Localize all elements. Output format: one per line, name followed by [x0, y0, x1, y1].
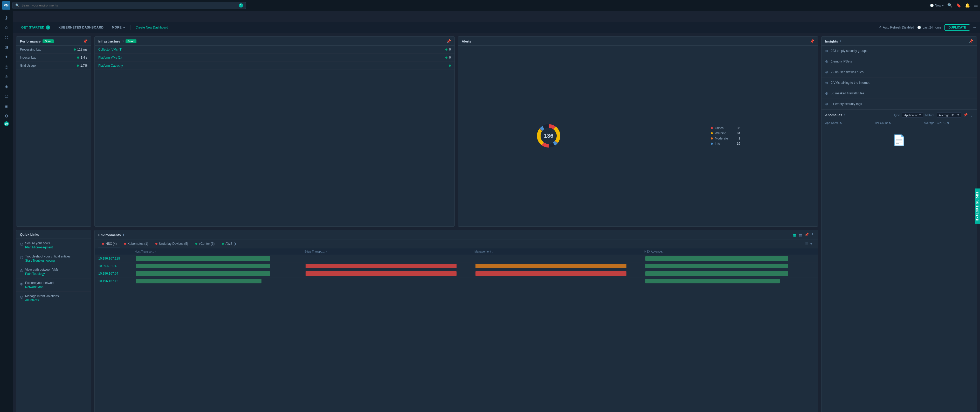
ql-link-2[interactable]: Path Topology [25, 272, 59, 275]
insights-pin-icon[interactable]: 📌 [969, 39, 973, 43]
env-ip-3[interactable]: 10.196.167.12 [98, 279, 135, 283]
warning-dot [711, 132, 713, 134]
bookmark-icon[interactable]: 🔖 [956, 3, 961, 8]
infrastructure-pin-icon[interactable]: 📌 [446, 39, 451, 43]
env-ip-0[interactable]: 10.196.167.128 [98, 257, 135, 260]
empty-doc-icon: 📄 [892, 134, 905, 146]
alerts-title: Alerts [462, 40, 471, 43]
env-tab-vcenter[interactable]: vCenter (6) [192, 240, 218, 248]
quick-links-header: Quick Links [16, 230, 91, 239]
env-bar-2-1 [304, 271, 474, 276]
explore-guides-button[interactable]: EXPLORE GUIDES [975, 188, 980, 224]
sort-host-transport-icon[interactable]: ↑ [155, 250, 156, 253]
alerts-pin-icon[interactable]: 📌 [810, 39, 814, 43]
env-list-icon[interactable]: ☰ [805, 242, 808, 246]
metric-row-indexer-lag: Indexer Lag 1.4 s [16, 54, 91, 62]
chevron-down-icon: ▾ [942, 4, 944, 7]
env-tab-aws[interactable]: AWS ❯ [218, 240, 240, 248]
metrics-select[interactable]: Average TC... ▾ [937, 112, 961, 118]
search-badge: 1 [239, 3, 243, 8]
ql-link-4[interactable]: All Intents [25, 298, 59, 302]
anomalies-title: Anomalies [825, 113, 842, 117]
insights-title: Insights ℹ [825, 40, 841, 43]
nav-right: 🕐 Now ▾ 🔍 🔖 🔔 ☰ [930, 3, 978, 8]
ql-link-0[interactable]: Plan Micro-segment [25, 245, 53, 249]
env-ip-2[interactable]: 10.196.167.64 [98, 272, 135, 275]
now-button[interactable]: 🕐 Now ▾ [930, 4, 944, 7]
platform-capacity-dot [449, 65, 451, 67]
insights-list: ⊛ 223 empty security groups ⊛ 1 empty IP… [821, 46, 977, 110]
infra-row-capacity: Platform Capacity [95, 62, 455, 70]
performance-pin-icon[interactable]: 📌 [83, 39, 88, 43]
environments-pin-icon[interactable]: 📌 [805, 232, 809, 237]
quick-link-4: ◎ Manage intent violations All Intents [16, 292, 91, 305]
sort-nsx-advance-icon[interactable]: ↑ [665, 250, 667, 253]
sidebar-config-icon[interactable]: ⚙ [2, 111, 11, 120]
hamburger-menu-icon[interactable]: ☰ [974, 3, 978, 8]
sidebar-tools-icon[interactable]: ✦ [2, 52, 11, 61]
infrastructure-good-badge: Good [126, 40, 137, 43]
grid-view-icon[interactable]: ▦ [793, 232, 797, 237]
sidebar-clock-icon[interactable]: ◷ [2, 62, 11, 71]
alerts-card: Alerts 📌 1 [458, 36, 818, 227]
anomalies-more-icon[interactable]: ⋮ [970, 113, 973, 117]
env-expand-icon[interactable]: ▾ [810, 242, 812, 246]
search-bar[interactable]: 🔍 1 [13, 2, 246, 9]
tab-more[interactable]: MORE ▾ [108, 22, 129, 33]
more-options-button[interactable]: ··· [973, 25, 976, 29]
tab-divider [130, 25, 130, 30]
env-tab-kubernetes[interactable]: Kubernetes (1) [120, 240, 152, 248]
list-view-icon[interactable]: ▤ [799, 232, 803, 237]
auto-refresh[interactable]: ↺ Auto Refresh Disabled [879, 25, 914, 29]
legend-moderate: Moderate 1 [711, 137, 740, 140]
sidebar-expand-icon[interactable]: ❯ [2, 13, 11, 22]
ql-title-1: Troubleshoot your critical entities [25, 255, 70, 258]
env-bar-0-2 [474, 256, 644, 261]
search-input[interactable] [22, 4, 237, 7]
tab-get-started[interactable]: GET STARTED 2 [17, 22, 54, 33]
env-bar-3-3 [644, 279, 814, 283]
grid-usage-value: 1.7% [77, 64, 88, 67]
sidebar-network-icon[interactable]: ◈ [2, 82, 11, 91]
sidebar-monitor-icon[interactable]: ▣ [2, 102, 11, 110]
env-tab-nsx[interactable]: NSX (4) [98, 240, 120, 248]
ql-icon-4: ◎ [20, 295, 23, 299]
env-ip-1[interactable]: 10.89.69.174 [98, 264, 135, 268]
ql-icon-1: ◎ [20, 255, 23, 259]
last-24h[interactable]: 🕐 Last 24 hours [917, 25, 942, 29]
sidebar-home-icon[interactable]: ⌂ [2, 23, 11, 32]
env-bar-0-3 [644, 256, 814, 261]
sort-tier-count-icon[interactable]: ⇅ [889, 122, 891, 124]
env-tab-underlay[interactable]: Underlay Devices (5) [152, 240, 192, 248]
environments-more-icon[interactable]: ⋮ [811, 232, 814, 237]
bell-icon[interactable]: 🔔 [965, 3, 970, 8]
sort-app-name-icon[interactable]: ⇅ [840, 122, 842, 124]
sidebar-dashboard-icon[interactable]: ◎ [2, 33, 11, 41]
duplicate-button[interactable]: DUPLICATE [945, 24, 970, 30]
anomalies-pin-icon[interactable]: 📌 [963, 113, 967, 117]
sidebar-graph-icon[interactable]: ⎔ [2, 92, 11, 100]
moderate-value: 1 [735, 137, 740, 140]
processing-lag-label: Processing Lag [20, 48, 41, 51]
type-select[interactable]: Application ▾ [902, 112, 923, 118]
tab-kubernetes[interactable]: KUBERNETES DASHBOARD [54, 22, 108, 33]
create-dashboard-link[interactable]: Create New Dashboard [132, 25, 172, 29]
sort-management-icon[interactable]: ↑ [495, 250, 496, 253]
sidebar-alert-icon[interactable]: ⚠ [2, 72, 11, 81]
vm-logo[interactable]: VM [2, 1, 10, 10]
environments-card-header: Environments ℹ ▦ ▤ 📌 ⋮ [95, 230, 818, 240]
environments-title: Environments ℹ [98, 233, 124, 237]
env-tabs: NSX (4) Kubernetes (1) Underlay Devices … [95, 240, 818, 248]
sidebar-globe-icon[interactable]: ◑ [2, 43, 11, 51]
insight-row-4: ⊛ 56 masked firewall rules [821, 88, 977, 99]
ql-link-3[interactable]: Network Map [25, 285, 54, 289]
sort-edge-transport-icon[interactable]: ↑ [326, 250, 327, 253]
sort-avg-tcp-icon[interactable]: ⇅ [947, 122, 949, 124]
collector-vms-value: 0 [445, 48, 451, 51]
quick-links-card: Quick Links ◎ Secure your flows Plan Mic… [16, 230, 91, 412]
env-bar-3-1 [304, 279, 474, 283]
ql-link-1[interactable]: Start Troubleshooting [25, 259, 70, 262]
insights-card-header: Insights ℹ 📌 [821, 37, 977, 46]
ql-icon-0: ◎ [20, 242, 23, 246]
search-nav-icon[interactable]: 🔍 [947, 3, 953, 8]
